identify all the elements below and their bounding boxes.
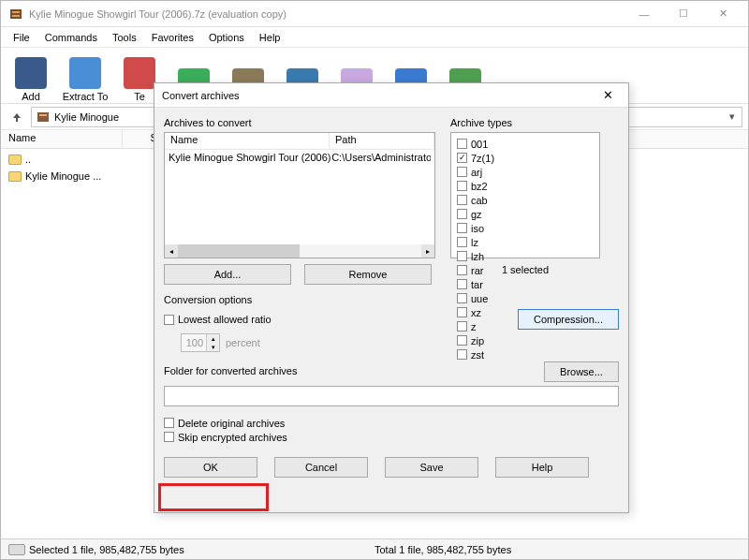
toolbar-label: Te	[134, 91, 145, 102]
archive-row[interactable]: Kylie Minogue Showgirl Tour (2006).7z C:…	[169, 152, 431, 163]
path-text: Kylie Minogue	[54, 111, 119, 123]
horizontal-scrollbar[interactable]: ◂ ▸	[165, 244, 434, 258]
archives-listbox[interactable]: Name Path Kylie Minogue Showgirl Tour (2…	[164, 132, 435, 258]
col-name[interactable]: Name	[1, 130, 123, 148]
checkbox-box	[457, 279, 467, 289]
checkbox-box	[457, 237, 467, 247]
compression-button[interactable]: Compression...	[518, 309, 619, 330]
toolbar-icon	[124, 57, 155, 89]
checkbox-box	[457, 293, 467, 303]
status-left: Selected 1 file, 985,482,755 bytes	[29, 544, 184, 555]
toolbar-item-0[interactable]: Add	[7, 50, 55, 102]
dialog-close-button[interactable]: ✕	[595, 86, 621, 105]
svg-rect-1	[12, 11, 20, 13]
folder-label: Folder for converted archives	[164, 365, 297, 376]
disk-icon	[8, 544, 25, 555]
ratio-spinner[interactable]: 100 ▴▾	[181, 333, 220, 352]
svg-rect-0	[10, 9, 22, 19]
type-zip[interactable]: zip	[457, 333, 524, 347]
scroll-right-icon[interactable]: ▸	[421, 244, 434, 258]
spin-up-icon[interactable]: ▴	[206, 334, 219, 343]
type-xz[interactable]: xz	[457, 305, 524, 319]
up-button[interactable]	[7, 107, 27, 127]
checkbox-box	[457, 209, 467, 219]
type-001[interactable]: 001	[457, 137, 524, 151]
statusbar: Selected 1 file, 985,482,755 bytes Total…	[1, 538, 748, 559]
checkbox-box	[457, 321, 467, 332]
svg-rect-4	[39, 114, 47, 116]
types-listbox: 0017z(1)arjbz2cabgzisolz lzhrartaruuexzz…	[450, 132, 600, 258]
folder-icon	[8, 155, 22, 165]
folder-icon	[8, 171, 22, 182]
archives-label: Archives to convert	[164, 117, 435, 128]
type-gz[interactable]: gz	[457, 207, 524, 221]
menu-tools[interactable]: Tools	[106, 30, 143, 45]
type-iso[interactable]: iso	[457, 221, 524, 235]
minimize-button[interactable]: —	[626, 4, 662, 24]
folder-input[interactable]	[164, 386, 619, 406]
type-7z(1)[interactable]: 7z(1)	[457, 151, 524, 165]
menu-favorites[interactable]: Favorites	[145, 30, 200, 45]
type-arj[interactable]: arj	[457, 165, 524, 179]
app-icon	[8, 7, 23, 22]
winrar-icon	[36, 110, 51, 125]
checkbox-box	[457, 349, 467, 360]
percent-label: percent	[226, 337, 260, 348]
maximize-button[interactable]: ☐	[666, 4, 701, 24]
toolbar-label: Extract To	[63, 91, 109, 102]
window-title: Kylie Minogue Showgirl Tour (2006).7z (e…	[29, 8, 626, 20]
save-button[interactable]: Save	[385, 457, 478, 478]
list-col-path[interactable]: Path	[330, 133, 434, 149]
menubar: File Commands Tools Favorites Options He…	[1, 27, 748, 48]
type-zst[interactable]: zst	[457, 347, 524, 361]
status-right: Total 1 file, 985,482,755 bytes	[374, 544, 511, 555]
help-button[interactable]: Help	[495, 457, 589, 478]
lowest-ratio-checkbox[interactable]: Lowest allowed ratio	[164, 313, 272, 327]
browse-button[interactable]: Browse...	[544, 361, 619, 382]
svg-rect-3	[37, 112, 49, 122]
checkbox-box	[457, 307, 467, 317]
toolbar-icon	[69, 57, 101, 89]
types-label: Archive types	[450, 117, 600, 128]
type-cab[interactable]: cab	[457, 193, 524, 207]
checkbox-box	[457, 153, 467, 163]
menu-file[interactable]: File	[7, 30, 37, 45]
add-button[interactable]: Add...	[164, 264, 291, 285]
ok-highlight	[158, 483, 269, 511]
toolbar-item-1[interactable]: Extract To	[61, 50, 110, 102]
type-lz[interactable]: lz	[457, 235, 524, 249]
conv-opts-label: Conversion options	[164, 294, 619, 305]
svg-rect-2	[12, 15, 20, 17]
checkbox-box	[457, 195, 467, 205]
checkbox-box	[457, 139, 467, 149]
cancel-button[interactable]: Cancel	[274, 457, 368, 478]
up-arrow-icon	[10, 111, 23, 124]
remove-button[interactable]: Remove	[304, 264, 432, 285]
type-lzh[interactable]: lzh	[457, 249, 524, 263]
scroll-left-icon[interactable]: ◂	[165, 244, 178, 258]
skip-encrypted-checkbox[interactable]: Skip encrypted archives	[164, 430, 619, 444]
toolbar-label: Add	[22, 91, 40, 102]
type-uue[interactable]: uue	[457, 291, 524, 305]
chevron-down-icon[interactable]: ▾	[727, 111, 738, 123]
menu-options[interactable]: Options	[202, 30, 251, 45]
delete-original-checkbox[interactable]: Delete original archives	[164, 416, 619, 430]
app-window: Kylie Minogue Showgirl Tour (2006).7z (e…	[0, 0, 749, 560]
type-z[interactable]: z	[457, 319, 524, 333]
ok-button[interactable]: OK	[164, 457, 257, 478]
checkbox-box	[457, 167, 467, 177]
checkbox-box	[457, 335, 467, 346]
list-col-name[interactable]: Name	[165, 133, 330, 149]
spin-down-icon[interactable]: ▾	[206, 343, 219, 351]
checkbox-box	[457, 181, 467, 191]
checkbox-box	[457, 251, 467, 261]
type-tar[interactable]: tar	[457, 277, 524, 291]
convert-dialog: Convert archives ✕ Archives to convert N…	[154, 82, 629, 513]
menu-commands[interactable]: Commands	[38, 30, 104, 45]
checkbox-box	[457, 223, 467, 233]
titlebar: Kylie Minogue Showgirl Tour (2006).7z (e…	[1, 1, 748, 27]
checkbox-box	[457, 265, 467, 275]
type-bz2[interactable]: bz2	[457, 179, 524, 193]
close-button[interactable]: ✕	[705, 4, 741, 24]
menu-help[interactable]: Help	[253, 30, 287, 45]
